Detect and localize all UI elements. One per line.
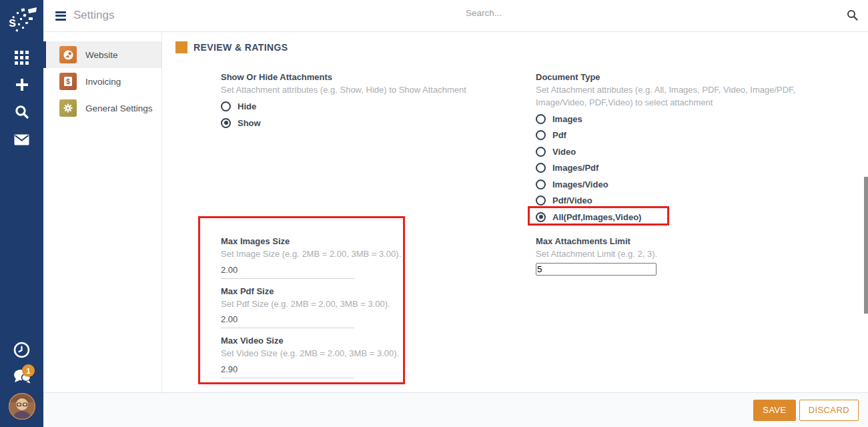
user-menu-button[interactable] [0,390,43,423]
max-pdf-size-field: Max Pdf Size Set Pdf Size (e.g. 2MB = 2.… [221,286,434,329]
clock-icon [13,342,30,358]
radio-button-checked[interactable] [221,118,231,128]
setting-help: Set Pdf Size (e.g. 2MB = 2.00, 3MB = 3.0… [221,298,434,311]
apps-menu-button[interactable] [0,44,43,71]
create-button[interactable] [0,71,43,98]
document-type-setting: Document Type Set Attachment attributes … [536,72,816,226]
website-icon [59,46,77,63]
app-logo[interactable]: s [0,0,43,39]
setting-help: Set Attachment attributes (e.g. All, Ima… [536,84,816,109]
save-button[interactable]: SAVE [753,400,795,421]
footer-bar: SAVE DISCARD [43,392,868,427]
radio-button[interactable] [536,147,546,157]
activities-button[interactable] [0,336,43,363]
messages-button[interactable] [0,126,43,153]
section-marker-icon [175,41,187,53]
page-title: Settings [73,9,114,22]
radio-button[interactable] [536,130,546,140]
radio-button[interactable] [536,179,546,189]
setting-label: Max Images Size [221,236,434,247]
max-video-size-input[interactable] [221,362,354,378]
svg-text:s: s [9,15,16,29]
setting-label: Document Type [536,72,816,83]
splash-logo-icon: s [7,5,37,34]
general-settings-icon [59,99,77,117]
magnifier-icon [15,105,29,119]
radio-option-show[interactable]: Show [221,115,521,131]
radio-option-images-pdf[interactable]: Images/Pdf [536,160,816,177]
app-navbar: s [0,0,43,427]
radio-button[interactable] [536,114,546,124]
plus-icon [15,77,29,92]
radio-button-checked[interactable] [536,212,546,222]
setting-help: Set Attachment attributes (e.g. Show, Hi… [221,84,521,97]
radio-option-images-video[interactable]: Images/Video [536,176,816,193]
search-input[interactable] [466,8,679,18]
setting-label: Show Or Hide Attachments [221,72,521,83]
setting-help: Set Attachment Limit (e.g. 2, 3). [536,248,749,261]
svg-text:$: $ [66,78,70,85]
sidebar-item-label: Website [85,50,118,60]
chat-button[interactable]: 1 [0,363,43,390]
radio-button[interactable] [221,101,231,111]
section-title: REVIEW & RATINGS [193,42,288,53]
setting-help: Set Video Size (e.g. 2MB = 2.00, 3MB = 3… [221,348,434,360]
max-images-size-input[interactable] [221,263,354,279]
scrollbar-thumb[interactable] [864,177,868,314]
radio-button[interactable] [536,195,546,205]
discard-button[interactable]: DISCARD [799,400,859,421]
setting-label: Max Attachments Limit [536,236,749,247]
show-hide-attachments-setting: Show Or Hide Attachments Set Attachment … [221,72,521,131]
global-search-button[interactable] [0,99,43,125]
setting-label: Max Video Size [221,336,434,346]
radio-option-pdf[interactable]: Pdf [536,127,816,144]
apps-grid-icon [15,51,29,65]
chat-badge: 1 [22,364,35,377]
max-attachments-limit-input[interactable] [536,263,657,276]
search-icon[interactable] [847,9,858,23]
sidebar-item-label: General Settings [85,103,153,113]
radio-option-all[interactable]: All(Pdf,Images,Video) [536,209,816,226]
settings-sidebar: Website $ Invoicing [43,32,162,392]
radio-button[interactable] [536,163,546,173]
setting-help: Set Image Size (e.g. 2MB = 2.00, 3MB = 3… [221,248,434,261]
max-pdf-size-input[interactable] [221,312,354,328]
max-video-size-field: Max Video Size Set Video Size (e.g. 2MB … [221,336,434,378]
max-sizes-group: Max Images Size Set Image Size (e.g. 2MB… [221,236,434,386]
settings-content: REVIEW & RATINGS Show Or Hide Attachment… [162,32,868,392]
sidebar-toggle-button[interactable] [55,10,66,21]
radio-option-hide[interactable]: Hide [221,99,521,115]
section-header: REVIEW & RATINGS [175,41,288,53]
sidebar-item-website[interactable]: Website [43,41,161,68]
sidebar-item-general-settings[interactable]: General Settings [43,95,161,121]
settings-page: s [0,0,868,427]
top-bar: Settings [43,0,868,32]
sidebar-item-invoicing[interactable]: $ Invoicing [43,68,161,95]
radio-option-images[interactable]: Images [536,111,816,127]
sidebar-item-label: Invoicing [85,77,121,87]
radio-option-pdf-video[interactable]: Pdf/Video [536,193,816,209]
radio-option-video[interactable]: Video [536,143,816,160]
max-attachments-limit-field: Max Attachments Limit Set Attachment Lim… [536,236,749,276]
max-images-size-field: Max Images Size Set Image Size (e.g. 2MB… [221,236,434,279]
invoicing-icon: $ [59,73,77,90]
setting-label: Max Pdf Size [221,286,434,297]
user-avatar [9,393,35,420]
envelope-icon [14,134,29,145]
